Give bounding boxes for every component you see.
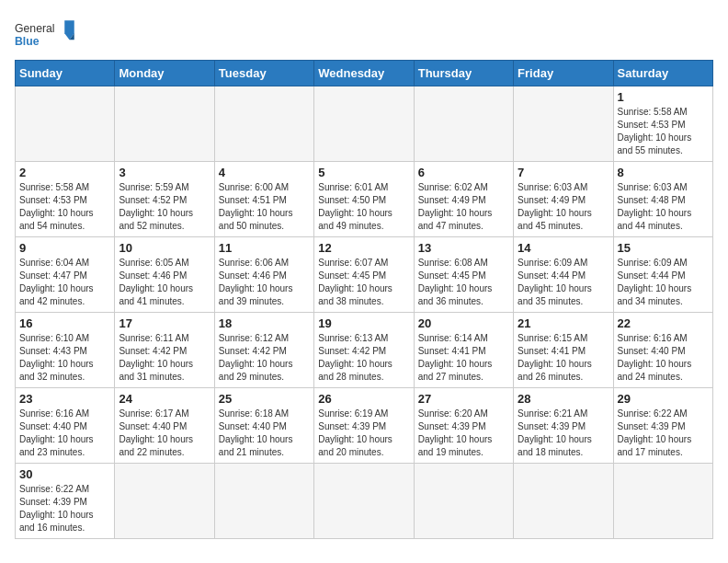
day-info: Sunrise: 5:58 AM Sunset: 4:53 PM Dayligh… — [618, 106, 709, 157]
day-info: Sunrise: 5:58 AM Sunset: 4:53 PM Dayligh… — [19, 181, 110, 233]
logo: General Blue — [15, 15, 79, 56]
calendar-cell — [214, 86, 313, 162]
calendar-cell — [314, 464, 414, 539]
day-info: Sunrise: 6:22 AM Sunset: 4:39 PM Dayligh… — [618, 408, 709, 459]
day-number: 6 — [418, 166, 509, 179]
day-info: Sunrise: 6:18 AM Sunset: 4:40 PM Dayligh… — [219, 408, 310, 459]
calendar-cell — [214, 464, 313, 539]
calendar-cell: 13Sunrise: 6:08 AM Sunset: 4:45 PM Dayli… — [414, 237, 513, 313]
calendar-cell: 18Sunrise: 6:12 AM Sunset: 4:42 PM Dayli… — [214, 313, 313, 388]
calendar-cell — [115, 86, 214, 162]
day-number: 20 — [418, 316, 509, 330]
day-info: Sunrise: 6:12 AM Sunset: 4:42 PM Dayligh… — [219, 332, 310, 384]
day-number: 23 — [19, 392, 110, 406]
calendar-cell — [115, 464, 214, 539]
day-info: Sunrise: 6:17 AM Sunset: 4:40 PM Dayligh… — [119, 408, 210, 459]
day-number: 18 — [219, 316, 310, 330]
calendar-week-1: 1Sunrise: 5:58 AM Sunset: 4:53 PM Daylig… — [16, 86, 713, 162]
day-info: Sunrise: 6:03 AM Sunset: 4:48 PM Dayligh… — [618, 181, 709, 233]
calendar-cell: 14Sunrise: 6:09 AM Sunset: 4:44 PM Dayli… — [514, 237, 613, 313]
calendar-cell — [314, 86, 414, 162]
day-number: 14 — [518, 241, 609, 255]
day-number: 19 — [318, 316, 409, 330]
day-number: 17 — [119, 316, 210, 330]
weekday-header-saturday: Saturday — [613, 61, 712, 86]
calendar-week-2: 2Sunrise: 5:58 AM Sunset: 4:53 PM Daylig… — [16, 162, 713, 237]
day-info: Sunrise: 6:04 AM Sunset: 4:47 PM Dayligh… — [19, 257, 110, 308]
logo-svg: General Blue — [15, 15, 79, 56]
day-info: Sunrise: 5:59 AM Sunset: 4:52 PM Dayligh… — [119, 181, 210, 233]
day-number: 5 — [318, 166, 409, 179]
calendar-cell — [514, 86, 613, 162]
calendar-cell: 15Sunrise: 6:09 AM Sunset: 4:44 PM Dayli… — [613, 237, 712, 313]
calendar-cell: 17Sunrise: 6:11 AM Sunset: 4:42 PM Dayli… — [115, 313, 214, 388]
calendar-cell: 5Sunrise: 6:01 AM Sunset: 4:50 PM Daylig… — [314, 162, 414, 237]
day-info: Sunrise: 6:01 AM Sunset: 4:50 PM Dayligh… — [318, 181, 409, 233]
calendar-cell — [514, 464, 613, 539]
day-number: 22 — [618, 316, 709, 330]
day-number: 24 — [119, 392, 210, 406]
day-info: Sunrise: 6:22 AM Sunset: 4:39 PM Dayligh… — [19, 483, 110, 534]
day-number: 8 — [618, 166, 709, 179]
day-number: 12 — [318, 241, 409, 255]
calendar-week-4: 16Sunrise: 6:10 AM Sunset: 4:43 PM Dayli… — [16, 313, 713, 388]
calendar-cell: 26Sunrise: 6:19 AM Sunset: 4:39 PM Dayli… — [314, 388, 414, 464]
calendar-cell — [613, 464, 712, 539]
weekday-header-wednesday: Wednesday — [314, 61, 414, 86]
day-info: Sunrise: 6:07 AM Sunset: 4:45 PM Dayligh… — [318, 257, 409, 308]
calendar-cell: 27Sunrise: 6:20 AM Sunset: 4:39 PM Dayli… — [414, 388, 513, 464]
calendar-cell: 1Sunrise: 5:58 AM Sunset: 4:53 PM Daylig… — [613, 86, 712, 162]
day-number: 15 — [618, 241, 709, 255]
day-info: Sunrise: 6:06 AM Sunset: 4:46 PM Dayligh… — [219, 257, 310, 308]
calendar-cell: 4Sunrise: 6:00 AM Sunset: 4:51 PM Daylig… — [214, 162, 313, 237]
calendar-cell: 16Sunrise: 6:10 AM Sunset: 4:43 PM Dayli… — [16, 313, 115, 388]
calendar-cell — [414, 86, 513, 162]
weekday-header-monday: Monday — [115, 61, 214, 86]
day-info: Sunrise: 6:03 AM Sunset: 4:49 PM Dayligh… — [518, 181, 609, 233]
day-number: 26 — [318, 392, 409, 406]
day-info: Sunrise: 6:11 AM Sunset: 4:42 PM Dayligh… — [119, 332, 210, 384]
day-info: Sunrise: 6:16 AM Sunset: 4:40 PM Dayligh… — [618, 332, 709, 384]
day-number: 28 — [518, 392, 609, 406]
day-info: Sunrise: 6:20 AM Sunset: 4:39 PM Dayligh… — [418, 408, 509, 459]
day-number: 2 — [19, 166, 110, 179]
calendar-cell: 22Sunrise: 6:16 AM Sunset: 4:40 PM Dayli… — [613, 313, 712, 388]
day-number: 25 — [219, 392, 310, 406]
weekday-header-thursday: Thursday — [414, 61, 513, 86]
calendar-week-5: 23Sunrise: 6:16 AM Sunset: 4:40 PM Dayli… — [16, 388, 713, 464]
day-info: Sunrise: 6:02 AM Sunset: 4:49 PM Dayligh… — [418, 181, 509, 233]
day-number: 29 — [618, 392, 709, 406]
calendar-cell: 20Sunrise: 6:14 AM Sunset: 4:41 PM Dayli… — [414, 313, 513, 388]
day-number: 4 — [219, 166, 310, 179]
calendar-cell: 2Sunrise: 5:58 AM Sunset: 4:53 PM Daylig… — [16, 162, 115, 237]
day-info: Sunrise: 6:16 AM Sunset: 4:40 PM Dayligh… — [19, 408, 110, 459]
day-info: Sunrise: 6:09 AM Sunset: 4:44 PM Dayligh… — [618, 257, 709, 308]
calendar-cell: 9Sunrise: 6:04 AM Sunset: 4:47 PM Daylig… — [16, 237, 115, 313]
svg-text:General: General — [15, 22, 55, 35]
calendar-week-3: 9Sunrise: 6:04 AM Sunset: 4:47 PM Daylig… — [16, 237, 713, 313]
weekday-header-row: SundayMondayTuesdayWednesdayThursdayFrid… — [16, 61, 713, 86]
calendar-week-6: 30Sunrise: 6:22 AM Sunset: 4:39 PM Dayli… — [16, 464, 713, 539]
day-number: 10 — [119, 241, 210, 255]
day-info: Sunrise: 6:09 AM Sunset: 4:44 PM Dayligh… — [518, 257, 609, 308]
calendar-cell: 8Sunrise: 6:03 AM Sunset: 4:48 PM Daylig… — [613, 162, 712, 237]
calendar-cell — [16, 86, 115, 162]
calendar-cell: 6Sunrise: 6:02 AM Sunset: 4:49 PM Daylig… — [414, 162, 513, 237]
calendar-cell: 12Sunrise: 6:07 AM Sunset: 4:45 PM Dayli… — [314, 237, 414, 313]
calendar-table: SundayMondayTuesdayWednesdayThursdayFrid… — [15, 60, 713, 539]
calendar-cell: 3Sunrise: 5:59 AM Sunset: 4:52 PM Daylig… — [115, 162, 214, 237]
calendar-cell: 23Sunrise: 6:16 AM Sunset: 4:40 PM Dayli… — [16, 388, 115, 464]
day-number: 7 — [518, 166, 609, 179]
day-info: Sunrise: 6:21 AM Sunset: 4:39 PM Dayligh… — [518, 408, 609, 459]
calendar-cell: 10Sunrise: 6:05 AM Sunset: 4:46 PM Dayli… — [115, 237, 214, 313]
day-info: Sunrise: 6:05 AM Sunset: 4:46 PM Dayligh… — [119, 257, 210, 308]
day-info: Sunrise: 6:15 AM Sunset: 4:41 PM Dayligh… — [518, 332, 609, 384]
calendar-cell: 21Sunrise: 6:15 AM Sunset: 4:41 PM Dayli… — [514, 313, 613, 388]
calendar-cell: 29Sunrise: 6:22 AM Sunset: 4:39 PM Dayli… — [613, 388, 712, 464]
calendar-cell: 19Sunrise: 6:13 AM Sunset: 4:42 PM Dayli… — [314, 313, 414, 388]
weekday-header-tuesday: Tuesday — [214, 61, 313, 86]
page-header: General Blue — [15, 15, 713, 56]
weekday-header-friday: Friday — [514, 61, 613, 86]
weekday-header-sunday: Sunday — [16, 61, 115, 86]
day-number: 13 — [418, 241, 509, 255]
